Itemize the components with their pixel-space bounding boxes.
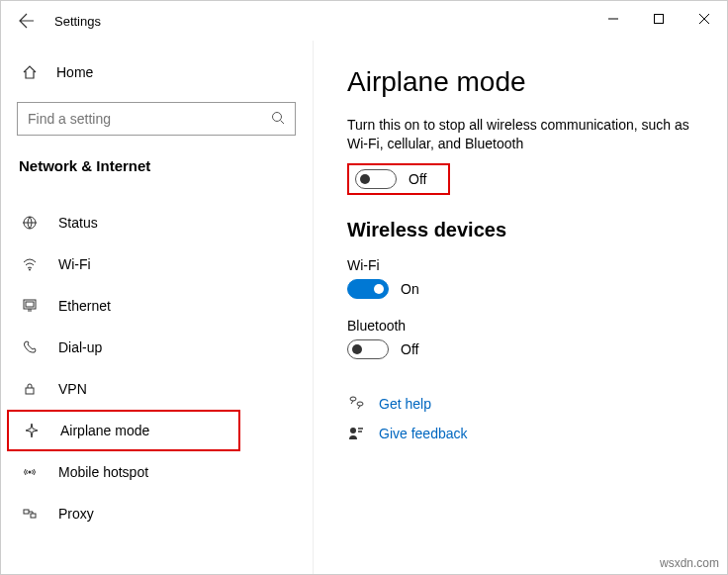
minimize-icon xyxy=(608,14,618,24)
maximize-button[interactable] xyxy=(636,3,682,35)
home-icon xyxy=(21,64,39,80)
bluetooth-label: Bluetooth xyxy=(347,318,703,334)
airplane-toggle-state: Off xyxy=(409,171,426,187)
search-input[interactable] xyxy=(28,111,271,127)
airplane-toggle[interactable] xyxy=(355,169,397,189)
proxy-icon xyxy=(21,506,39,522)
give-feedback-link[interactable]: Give feedback xyxy=(379,426,468,441)
sidebar-item-dialup[interactable]: Dial-up xyxy=(17,327,313,368)
svg-rect-8 xyxy=(26,302,34,307)
back-button[interactable] xyxy=(7,1,46,41)
dialup-icon xyxy=(21,339,39,355)
svg-rect-13 xyxy=(24,510,29,514)
main-panel: Airplane mode Turn this on to stop all w… xyxy=(313,41,727,574)
wireless-devices-title: Wireless devices xyxy=(347,219,703,241)
svg-rect-1 xyxy=(655,15,664,24)
sidebar-item-label: Proxy xyxy=(58,506,94,522)
page-title: Airplane mode xyxy=(347,66,703,98)
sidebar-item-label: Airplane mode xyxy=(60,423,149,438)
wifi-label: Wi-Fi xyxy=(347,257,703,273)
help-icon xyxy=(347,396,365,412)
sidebar-item-label: Wi-Fi xyxy=(58,256,91,272)
maximize-icon xyxy=(654,14,664,24)
home-label: Home xyxy=(56,64,93,80)
hotspot-icon xyxy=(21,464,39,480)
feedback-icon xyxy=(347,426,365,441)
close-button[interactable] xyxy=(682,3,727,35)
watermark: wsxdn.com xyxy=(660,556,719,570)
search-box[interactable] xyxy=(17,102,296,136)
sidebar-item-mobile-hotspot[interactable]: Mobile hotspot xyxy=(17,451,313,493)
sidebar-item-vpn[interactable]: VPN xyxy=(17,368,313,410)
sidebar-item-airplane-mode[interactable]: Airplane mode xyxy=(7,410,240,451)
wifi-toggle[interactable] xyxy=(347,279,389,299)
bluetooth-toggle[interactable] xyxy=(347,339,389,359)
svg-rect-11 xyxy=(26,388,34,394)
sidebar-item-label: Mobile hotspot xyxy=(58,464,148,480)
sidebar-item-label: Ethernet xyxy=(58,298,111,314)
status-icon xyxy=(21,215,39,231)
sidebar-item-label: Dial-up xyxy=(58,339,102,355)
svg-point-2 xyxy=(273,112,282,121)
sidebar-item-label: Status xyxy=(58,215,98,231)
svg-point-6 xyxy=(29,269,31,271)
home-nav[interactable]: Home xyxy=(17,52,313,92)
svg-point-15 xyxy=(350,428,356,433)
sidebar: Home Network & Internet Status Wi-Fi xyxy=(1,41,313,574)
ethernet-icon xyxy=(21,298,39,314)
airplane-toggle-row: Off xyxy=(347,163,450,195)
airplane-icon xyxy=(23,423,41,438)
sidebar-item-status[interactable]: Status xyxy=(17,202,313,243)
sidebar-item-ethernet[interactable]: Ethernet xyxy=(17,285,313,327)
titlebar: Settings xyxy=(1,1,727,41)
bluetooth-toggle-state: Off xyxy=(401,341,418,357)
svg-rect-14 xyxy=(31,514,36,518)
page-description: Turn this on to stop all wireless commun… xyxy=(347,116,703,153)
minimize-button[interactable] xyxy=(591,3,636,35)
sidebar-item-wifi[interactable]: Wi-Fi xyxy=(17,243,313,285)
back-arrow-icon xyxy=(19,13,35,29)
svg-point-12 xyxy=(29,471,32,474)
category-title: Network & Internet xyxy=(17,157,313,174)
svg-line-3 xyxy=(281,120,285,124)
wifi-icon xyxy=(21,256,39,272)
give-feedback-row[interactable]: Give feedback xyxy=(347,426,703,441)
sidebar-item-label: VPN xyxy=(58,381,87,397)
wifi-toggle-state: On xyxy=(401,281,419,297)
vpn-icon xyxy=(21,381,39,397)
get-help-row[interactable]: Get help xyxy=(347,396,703,412)
get-help-link[interactable]: Get help xyxy=(379,396,431,412)
window-title: Settings xyxy=(54,14,101,29)
search-icon xyxy=(271,111,285,128)
sidebar-item-proxy[interactable]: Proxy xyxy=(17,493,313,534)
close-icon xyxy=(699,14,709,24)
